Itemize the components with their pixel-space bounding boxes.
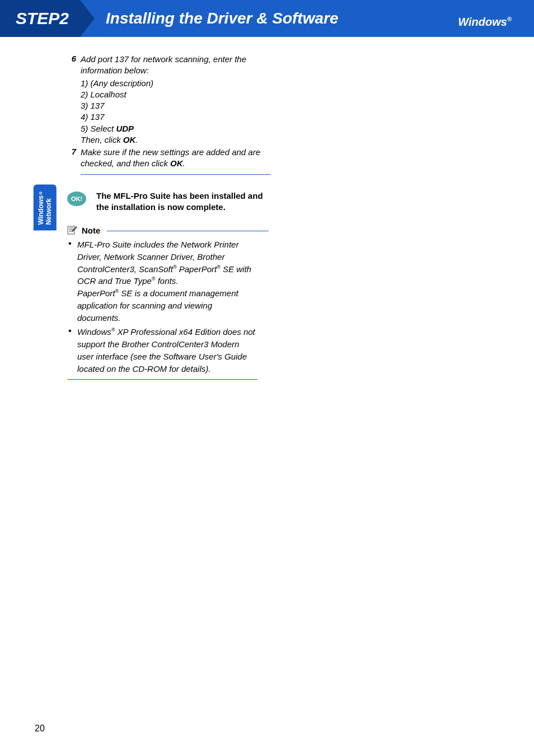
note-pencil-icon: [67, 225, 78, 235]
sub-list: 1) (Any description) 2) Localhost 3) 137…: [81, 78, 269, 146]
text: Windows: [77, 327, 111, 337]
text: Then, click: [81, 135, 123, 144]
divider: [81, 174, 271, 175]
step-number: 7: [67, 147, 81, 170]
platform-label: Windows®: [458, 16, 512, 29]
sub-item: 5) Select UDP: [81, 123, 269, 134]
bullet-text: Windows® XP Professional x64 Edition doe…: [77, 326, 256, 375]
sub-item: 4) 137: [81, 111, 269, 123]
side-tab: Windows® Network: [34, 185, 57, 231]
side-tab-line1: Windows: [37, 195, 45, 225]
page-title: Installing the Driver & Software: [106, 10, 338, 27]
ok-text: The MFL-Pro Suite has been installed and…: [96, 190, 264, 213]
sub-item: 3) 137: [81, 100, 269, 111]
sub-item: Then, click OK.: [81, 134, 269, 146]
page-number: 20: [35, 724, 45, 734]
text: 5) Select: [81, 124, 116, 133]
text: .: [183, 158, 185, 168]
sub-item: 2) Localhost: [81, 89, 269, 100]
platform-text: Windows: [458, 16, 507, 28]
note-header: Note: [67, 225, 269, 235]
step-6: 6 Add port 137 for network scanning, ent…: [67, 54, 269, 146]
sub-item: 1) (Any description): [81, 78, 269, 89]
ok-badge-icon: OK!: [67, 192, 86, 206]
note-bullet-1: • MFL-Pro Suite includes the Network Pri…: [67, 239, 269, 324]
arrow-icon: [80, 0, 95, 37]
page-header: STEP2 Installing the Driver & Software W…: [0, 0, 534, 37]
bullet-dot: •: [67, 326, 77, 375]
side-tab-line2: Network: [45, 198, 53, 225]
step-label: STEP2: [16, 9, 69, 28]
step-number: 6: [67, 54, 81, 146]
note-label: Note: [82, 226, 100, 235]
step-text: Add port 137 for network scanning, enter…: [81, 54, 269, 146]
text: fonts.: [155, 276, 178, 286]
bullet-dot: •: [67, 239, 77, 324]
note-line: [107, 231, 269, 231]
text: PaperPort: [77, 288, 115, 298]
ok-callout: OK! The MFL-Pro Suite has been installed…: [67, 190, 269, 213]
reg-mark: ®: [507, 16, 512, 22]
text-bold: UDP: [116, 124, 134, 133]
text: Add port 137 for network scanning, enter…: [81, 54, 246, 75]
text: .: [135, 135, 138, 144]
step-badge: STEP2: [0, 0, 80, 37]
text: PaperPort: [177, 264, 217, 274]
text-bold: OK: [170, 158, 183, 168]
reg-mark: ®: [217, 264, 221, 270]
reg-mark: ®: [38, 190, 43, 195]
note-end-line: [67, 379, 257, 380]
step-text: Make sure if the new settings are added …: [81, 147, 269, 170]
text-bold: OK: [123, 135, 136, 144]
bullet-text: MFL-Pro Suite includes the Network Print…: [77, 239, 256, 324]
content-column: 6 Add port 137 for network scanning, ent…: [67, 54, 269, 380]
note-bullet-2: • Windows® XP Professional x64 Edition d…: [67, 326, 269, 375]
reg-mark: ®: [173, 264, 177, 270]
step-7: 7 Make sure if the new settings are adde…: [67, 147, 269, 170]
